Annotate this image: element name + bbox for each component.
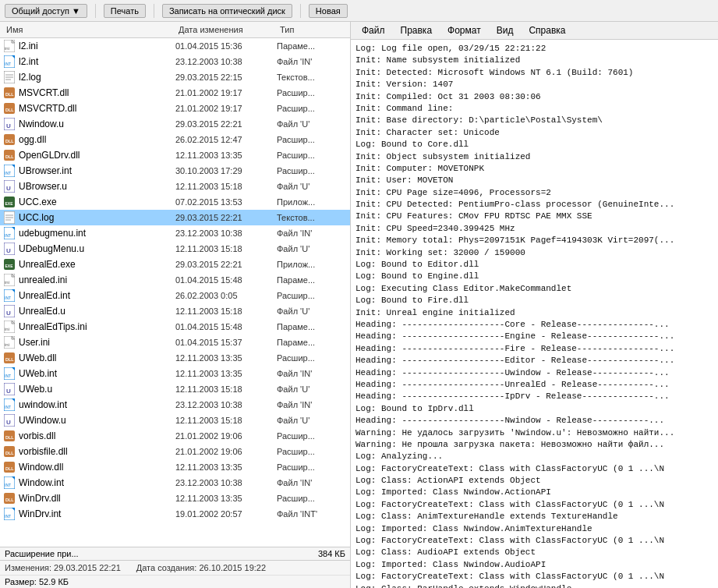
file-name: UWeb.dll [19,352,175,363]
file-row[interactable]: DLLMSVCRTD.dll21.01.2002 19:17Расшир... [0,101,350,116]
log-line: Heading: --------------------Uwindow - R… [355,367,713,379]
file-row[interactable]: l2.log29.03.2015 22:15Текстов... [0,69,350,85]
file-panel: Имя Дата изменения Тип inil2.ini01.04.20… [0,22,351,588]
file-row[interactable]: UUWeb.u12.11.2003 15:18Файл 'U' [0,381,350,397]
svg-text:INT: INT [5,62,11,66]
svg-text:INT: INT [5,296,11,300]
file-icon: EXE [3,258,16,271]
svg-text:U: U [6,419,11,426]
file-row[interactable]: DLLUWeb.dll12.11.2003 13:35Расшир... [0,350,350,366]
file-row[interactable]: INTUWeb.int12.11.2003 13:35Файл 'IN' [0,366,350,381]
file-row[interactable]: DLLOpenGLDrv.dll12.11.2003 13:35Расшир..… [0,147,350,163]
log-content[interactable]: Log: Log file open, 03/29/15 22:21:22Ini… [351,40,718,588]
file-type: Файл 'U' [277,384,347,394]
log-line: Init: CPU Detected: PentiumPro-class pro… [355,199,713,211]
log-menu-item-вид[interactable]: Вид [489,23,522,37]
file-row[interactable]: INTUnrealEd.int26.02.2003 0:05Расшир... [0,288,350,303]
log-line: Log: FactoryCreateText: Class with Class… [355,571,713,583]
log-line: Log: Bound to Engine.dll [355,271,713,282]
file-row[interactable]: INTudebugmenu.int23.12.2003 10:38Файл 'I… [0,225,350,241]
svg-text:EXE: EXE [5,264,14,268]
file-type: Расшир... [277,291,347,300]
file-row[interactable]: UUnrealEd.u12.11.2003 15:18Файл 'U' [0,303,350,319]
file-row[interactable]: UUWindow.u12.11.2003 15:18Файл 'U' [0,413,350,428]
share-button[interactable]: Общий доступ ▼ [5,4,87,18]
log-line: Heading: --------------------Editor - Re… [355,355,713,367]
log-line: Init: Computer: MOVETONPK [355,163,713,175]
file-icon: INT [3,165,16,177]
file-date: 01.04.2015 15:36 [175,41,277,51]
log-line: Log: Bound to Fire.dll [355,295,713,306]
col-header-date: Дата изменения [175,23,277,36]
svg-text:DLL: DLL [5,92,14,97]
file-name: Nwindow.u [19,119,175,129]
file-modified: Изменения: 29.03.2015 22:21 [5,563,121,572]
file-row[interactable]: UNwindow.u29.03.2015 22:21Файл 'U' [0,116,350,132]
file-icon: DLL [3,352,16,364]
main-container: Имя Дата изменения Тип inil2.ini01.04.20… [0,22,718,588]
file-row[interactable]: iniUser.ini01.04.2015 15:37Параме... [0,335,350,350]
file-size: Размер: 52.9 КБ [5,577,69,586]
log-line: Init: Version: 1407 [355,79,713,90]
separator-3 [300,4,301,18]
file-type: Параме... [277,338,347,347]
file-date: 21.01.2002 19:06 [175,447,277,456]
file-icon: U [3,414,16,427]
log-line: Init: CPU Page size=4096, Processors=2 [355,187,713,199]
log-line: Heading: --------------------Fire - Rele… [355,343,713,355]
new-button[interactable]: Новая [309,4,348,18]
log-menu-item-формат[interactable]: Формат [440,23,489,37]
file-date: 26.02.2003 0:05 [175,291,277,300]
file-row[interactable]: iniunrealed.ini01.04.2015 15:48Параме... [0,272,350,288]
log-menu-item-правка[interactable]: Правка [393,23,440,37]
file-row[interactable]: DLLvorbisfile.dll21.01.2002 19:06Расшир.… [0,444,350,459]
file-row[interactable]: UUDebugMenu.u12.11.2003 15:18Файл 'U' [0,241,350,257]
svg-text:EXE: EXE [5,201,14,206]
file-row[interactable]: DLLWinDrv.dll12.11.2003 13:35Расшир... [0,491,350,506]
file-row[interactable]: iniUnrealEdTips.ini01.04.2015 15:48Парам… [0,319,350,335]
file-row[interactable]: INTWinDrv.int19.01.2002 20:57Файл 'INT' [0,506,350,522]
file-row[interactable]: DLLMSVCRT.dll21.01.2002 19:17Расшир... [0,85,350,101]
file-list: inil2.ini01.04.2015 15:36Параме...INTl2.… [0,38,350,547]
svg-text:ini: ini [5,327,9,331]
svg-text:U: U [6,310,11,317]
burn-button[interactable]: Записать на оптический диск [162,4,292,18]
file-row[interactable]: DLLvorbis.dll21.01.2002 19:06Расшир... [0,428,350,444]
file-row[interactable]: EXEUnrealEd.exe29.03.2015 22:21Прилож... [0,257,350,272]
file-row[interactable]: DLLogg.dll26.02.2015 12:47Расшир... [0,132,350,147]
file-row[interactable]: INTl2.int23.12.2003 10:38Файл 'IN' [0,54,350,69]
file-name: l2.int [19,56,175,67]
file-row[interactable]: INTUBrowser.int30.10.2003 17:29Расшир... [0,163,350,179]
file-icon: U [3,243,16,255]
log-menu-item-справка[interactable]: Справка [521,23,573,37]
svg-text:INT: INT [5,233,11,238]
selected-file-type: Расширение при... [5,549,312,558]
file-icon: INT [3,289,16,302]
file-row[interactable]: inil2.ini01.04.2015 15:36Параме... [0,38,350,54]
svg-text:INT: INT [5,405,11,409]
file-row[interactable]: UUBrowser.u12.11.2003 15:18Файл 'U' [0,179,350,194]
file-row[interactable]: INTWindow.int23.12.2003 10:38Файл 'IN' [0,475,350,491]
file-row[interactable]: INTuwindow.int23.12.2003 10:38Файл 'IN' [0,397,350,413]
file-type: Расшир... [277,166,347,175]
col-header-name: Имя [3,23,175,36]
log-line: Log: Imported: Class Nwindow.AnimTexture… [355,523,713,535]
file-row[interactable]: UCC.log29.03.2015 22:21Текстов... [0,210,350,225]
file-icon: ini [3,321,16,333]
log-line: Heading: --------------------UnrealEd - … [355,379,713,391]
file-date: 29.03.2015 22:15 [175,73,277,82]
file-date: 12.11.2003 13:35 [175,151,277,160]
file-type: Параме... [277,275,347,285]
file-type: Параме... [277,41,347,51]
file-date: 12.11.2003 13:35 [175,494,277,503]
print-button[interactable]: Печать [104,4,146,18]
file-row[interactable]: EXEUCC.exe07.02.2015 13:53Прилож... [0,194,350,210]
file-name: UBrowser.u [19,181,175,192]
file-row[interactable]: DLLWindow.dll12.11.2003 13:35Расшир... [0,459,350,475]
file-icon: DLL [3,430,16,442]
file-icon: EXE [3,196,16,208]
log-menu-item-файл[interactable]: Файл [354,23,393,37]
file-icon: ini [3,274,16,286]
log-line: Log: Bound to IpDrv.dll [355,403,713,415]
svg-text:ini: ini [5,342,9,347]
